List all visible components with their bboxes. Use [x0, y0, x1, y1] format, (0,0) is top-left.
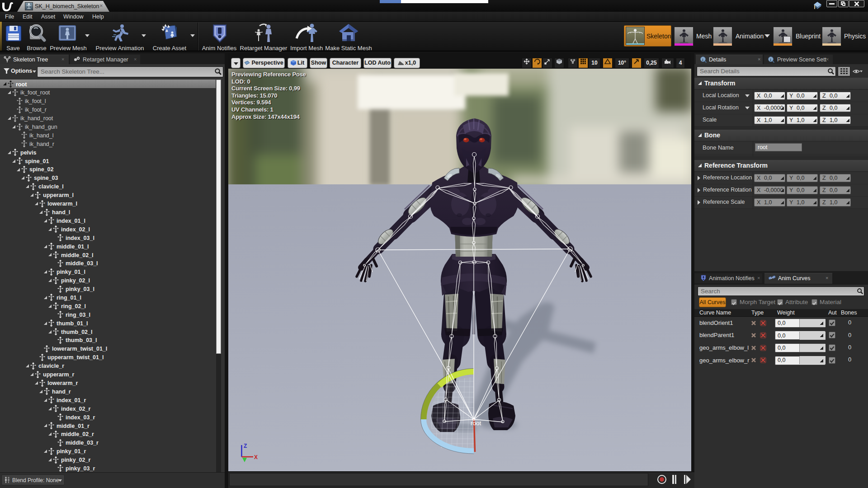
svg-text:root: root [471, 420, 481, 427]
svg-text:X: X [254, 454, 258, 460]
svg-text:Z: Z [244, 443, 247, 449]
